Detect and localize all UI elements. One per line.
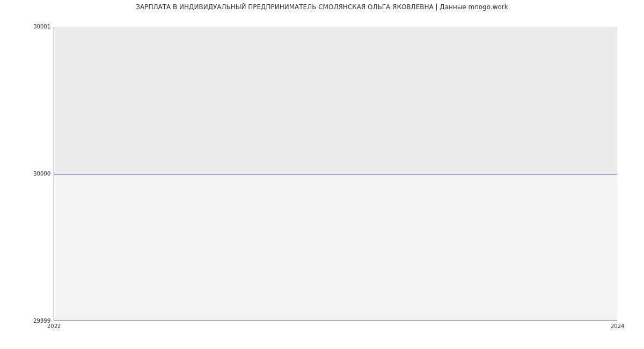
x-tick-label: 2022 [47, 323, 61, 329]
series-line [54, 174, 617, 174]
x-tick-label: 2024 [611, 323, 624, 329]
chart-title: ЗАРПЛАТА В ИНДИВИДУАЛЬНЫЙ ПРЕДПРИНИМАТЕЛ… [0, 3, 644, 11]
area-fill [54, 27, 617, 174]
y-tick-label: 30000 [2, 171, 50, 177]
plot-area [54, 27, 617, 321]
y-tick-label: 30001 [2, 24, 50, 30]
chart-container: ЗАРПЛАТА В ИНДИВИДУАЛЬНЫЙ ПРЕДПРИНИМАТЕЛ… [0, 0, 644, 349]
y-tick-label: 29999 [2, 318, 50, 324]
